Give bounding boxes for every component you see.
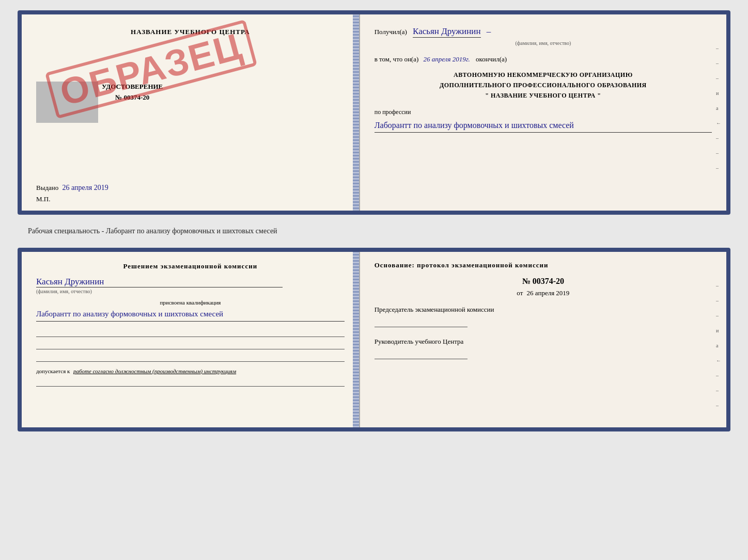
org-line1: АВТОНОМНУЮ НЕКОММЕРЧЕСКУЮ ОРГАНИЗАЦИЮ [375,70,712,80]
rukovoditel-block: Руководитель учебного Центра [375,338,712,359]
certificate-block: УДОСТОВЕРЕНИЕ № 00374-20 [102,82,163,103]
profession-text: Лаборантт по анализу формовочных и шихто… [375,118,712,133]
bottom-right-edge-chars: – – – и а ← – – – [716,283,721,408]
chairman-block: Председатель экзаменационной комиссии [375,306,712,327]
bottom-name-sub: (фамилия, имя, отчество) [36,289,345,294]
recipient-name: Касьян Дружинин [413,26,480,38]
line3 [36,354,345,362]
bottom-name-block: Касьян Дружинин (фамилия, имя, отчество) [36,277,345,294]
vtom-date: 26 апреля 2019г. [424,55,470,63]
line1 [36,329,345,337]
vydano-date: 26 апреля 2019 [63,184,108,191]
school-name-top: НАЗВАНИЕ УЧЕБНОГО ЦЕНТРА [34,28,347,36]
recipient-sublabel: (фамилия, имя, отчество) [375,39,712,48]
bottom-lines [36,329,345,362]
profession-label: по профессии [375,108,411,116]
protocol-number: № 00374-20 [375,277,712,286]
chairman-title: Председатель экзаменационной комиссии [375,306,712,314]
dopuskaetsya-block: допускается к работе согласно должностны… [36,368,345,374]
line2 [36,341,345,349]
bottom-certificate-card: Решением экзаменационной комиссии Касьян… [18,248,730,431]
final-line [36,378,345,387]
poluchil-label: Получил(а) [375,28,407,36]
chairman-sign-line [375,317,467,327]
top-card-right: Получил(а) Касьян Дружинин – (фамилия, и… [360,14,726,211]
vtom-prefix: в том, что он(а) [375,55,419,63]
right-edge-chars: – – – и а ← – – – [716,45,721,171]
dopuskaetsya-text: работе согласно должностным (производств… [73,368,236,374]
vtom-line: в том, что он(а) 26 апреля 2019г. окончи… [375,55,712,63]
vydano-label: Выдано [36,184,58,191]
prisvoena-label: присвоена квалификация [36,299,345,306]
top-card-left: НАЗВАНИЕ УЧЕБНОГО ЦЕНТРА УДОСТОВЕРЕНИЕ №… [22,14,360,211]
profession-label-block: по профессии Лаборантт по анализу формов… [375,108,712,133]
bottom-name: Касьян Дружинин [36,277,283,287]
okochil-label: окончил(а) [476,55,507,63]
specialty-text-content: Рабочая специальность - Лаборант по анал… [28,227,277,235]
osnovanie-title: Основание: протокол экзаменационной коми… [375,261,712,269]
resheniem-title: Решением экзаменационной комиссии [36,262,345,270]
org-line3: " НАЗВАНИЕ УЧЕБНОГО ЦЕНТРА " [375,90,712,101]
vydano-line: Выдано 26 апреля 2019 [36,184,108,192]
ot-date: 26 апреля 2019 [527,289,570,297]
org-block: АВТОНОМНУЮ НЕКОММЕРЧЕСКУЮ ОРГАНИЗАЦИЮ ДО… [375,70,712,101]
received-line: Получил(а) Касьян Дружинин – (фамилия, и… [375,24,712,48]
ot-prefix: от [517,289,523,297]
org-line2: ДОПОЛНИТЕЛЬНОГО ПРОФЕССИОНАЛЬНОГО ОБРАЗО… [375,80,712,90]
ot-date-line: от 26 апреля 2019 [375,289,712,297]
photo-placeholder [36,82,98,123]
mp-line: М.П. [36,195,50,203]
bottom-card-left: Решением экзаменационной комиссии Касьян… [22,252,360,427]
specialty-row: Рабочая специальность - Лаборант по анал… [18,224,730,238]
dopuskaetsya-prefix: допускается к [36,368,70,374]
bottom-card-right: Основание: протокол экзаменационной коми… [360,252,726,427]
certificate-number: № 00374-20 [102,92,163,103]
kvali-text: Лаборантт по анализу формовочных и шихто… [36,308,345,322]
certificate-label: УДОСТОВЕРЕНИЕ [102,82,163,92]
rukovoditel-title: Руководитель учебного Центра [375,338,712,346]
top-certificate-card: НАЗВАНИЕ УЧЕБНОГО ЦЕНТРА УДОСТОВЕРЕНИЕ №… [18,10,730,215]
rukovoditel-sign-line [375,349,467,359]
